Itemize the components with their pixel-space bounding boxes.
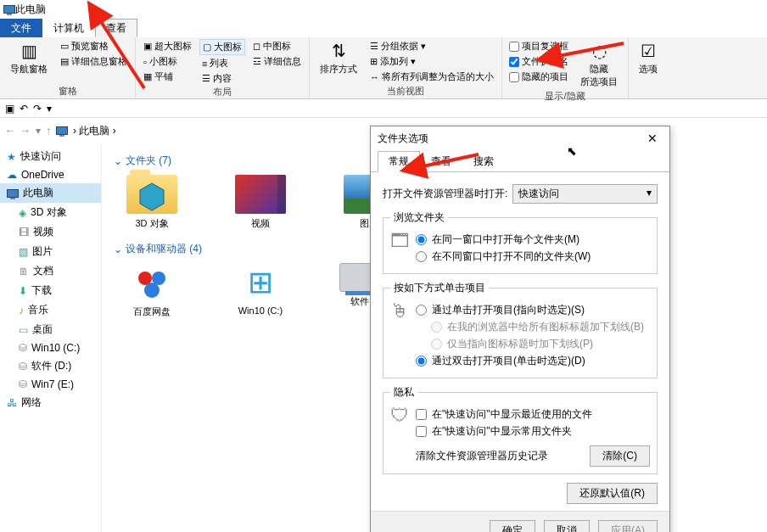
openwith-dropdown[interactable]: 快速访问 ▾ [512,184,658,204]
file-ext-label: 文件扩展名 [522,55,568,68]
ribbon-tab-computer[interactable]: 计算机 [42,19,95,37]
restore-defaults-button[interactable]: 还原默认值(R) [567,483,658,504]
sidebar-item-win10c[interactable]: ⛁Win10 (C:) [0,339,101,356]
detailspane-icon: ▤ [60,56,69,67]
hidden-items-toggle[interactable]: 隐藏的项目 [507,70,570,84]
recent-locations-button[interactable]: ▾ [36,125,41,137]
dialog-titlebar[interactable]: 文件夹选项 ✕ [371,126,669,150]
privacy-frequent-checkbox[interactable]: 在"快速访问"中显示常用文件夹 [416,424,650,439]
group-layout-label: 布局 [141,86,304,98]
qat-chevron-icon[interactable]: ▾ [47,103,52,115]
layout-content-button[interactable]: ☰内容 [199,71,245,86]
hide-selected-button[interactable]: ◌ 隐藏 所选项目 [575,39,623,90]
sidebar-item-network[interactable]: 🖧网络 [0,393,101,412]
clear-history-button[interactable]: 清除(C) [590,445,650,467]
sidebar-item-desktop[interactable]: ▭桌面 [0,320,101,339]
redo-icon[interactable]: ↷ [33,103,42,115]
apply-button[interactable]: 应用(A) [598,520,658,532]
details-pane-button[interactable]: ▤详细信息窗格 [58,54,130,69]
preview-pane-label: 预览窗格 [71,40,109,53]
sidebar-documents-label: 文档 [33,264,53,278]
sidebar-item-downloads[interactable]: ⬇下载 [0,281,101,300]
privacy-recent-checkbox[interactable]: 在"快速访问"中显示最近使用的文件 [416,407,650,422]
addcol-button[interactable]: ⊞添加列 ▾ [367,54,496,69]
chevron-down-icon: ▾ [647,187,652,199]
item-3dobjects[interactable]: 3D 对象 [114,175,190,230]
item-label: 百度网盘 [133,305,171,318]
layout-lg-button[interactable]: ▢大图标 [199,39,245,55]
sidebar-item-thispc[interactable]: 此电脑 [0,183,101,203]
sidebar-softd-label: 软件 (D:) [31,359,71,373]
sidebar-onedrive-label: OneDrive [21,169,64,181]
layout-xl-button[interactable]: ▣超大图标 [141,39,194,53]
network-icon: 🖧 [7,397,17,409]
addcol-label: 添加列 [380,55,408,68]
sidebar-item-onedrive[interactable]: ☁OneDrive [0,166,101,183]
sidebar-item-documents[interactable]: 🗎文档 [0,261,101,281]
list-icon: ≡ [202,59,207,69]
sidebar-item-3dobjects[interactable]: ◈3D 对象 [0,203,101,222]
layout-sm-label: 小图标 [149,55,177,68]
layout-details-label: 详细信息 [264,55,301,68]
drives-section-label: 设备和驱动器 (4) [126,242,202,256]
dialog-tab-search[interactable]: 搜索 [462,151,505,172]
browse-new-radio[interactable]: 在不同窗口中打开不同的文件夹(W) [416,249,591,264]
layout-md-button[interactable]: ◻中图标 [250,39,304,53]
sidebar-item-quick-access[interactable]: ★快速访问 [0,147,101,166]
chevron-down-icon: ⌄ [114,155,122,167]
sort-button[interactable]: ⇅ 排序方式 [315,39,362,84]
click-fieldset: 按如下方式单击项目 🖰 通过单击打开项目(指向时选定)(S) 在我的浏览器中给所… [383,281,658,378]
sidebar-item-softd[interactable]: ⛁软件 (D:) [0,356,101,376]
breadcrumb-thispc-icon [56,126,68,135]
nav-pane-label: 导航窗格 [10,63,48,76]
ribbon-tab-file[interactable]: 文件 [0,19,42,37]
details-pane-label: 详细信息窗格 [71,55,127,68]
back-button[interactable]: ← [5,125,15,137]
breadcrumb-segment[interactable]: › 此电脑 › [73,124,116,138]
layout-details-button[interactable]: ☲详细信息 [250,54,304,69]
thispc-icon [7,189,19,198]
item-win10c[interactable]: ⊞ Win10 (C:) [222,263,299,318]
up-button[interactable]: ↑ [46,125,51,137]
item-baidu[interactable]: 百度网盘 [114,263,190,318]
sidebar-item-videos[interactable]: 🎞视频 [0,222,101,242]
dialog-tab-general[interactable]: 常规 [378,151,420,172]
sidebar-item-pictures[interactable]: ▧图片 [0,242,101,261]
sidebar-item-music[interactable]: ♪音乐 [0,300,101,320]
thispc-icon [3,5,15,14]
item-checkbox-toggle[interactable]: 项目复选框 [507,39,570,53]
click-single-radio[interactable]: 通过单击打开项目(指向时选定)(S) [416,303,644,317]
ribbon-tab-view[interactable]: 查看 [95,19,137,37]
md-icon: ◻ [253,41,260,52]
close-button[interactable]: ✕ [642,132,663,145]
forward-button[interactable]: → [20,125,31,137]
preview-pane-button[interactable]: ▭预览窗格 [58,39,130,53]
dialog-tab-view[interactable]: 查看 [420,151,462,172]
layout-sm-button[interactable]: ▫小图标 [141,54,194,69]
options-label: 选项 [639,63,658,76]
privacy-recent-label: 在"快速访问"中显示最近使用的文件 [432,407,592,422]
hide-selected-label: 隐藏 所选项目 [580,63,618,88]
file-ext-toggle[interactable]: 文件扩展名 [507,54,570,69]
options-button[interactable]: ☑ 选项 [634,39,663,77]
item-videos[interactable]: 视频 [222,175,299,230]
layout-list-label: 列表 [210,57,228,70]
underline-browser-label: 在我的浏览器中给所有图标标题加下划线(B) [447,320,644,334]
groupby-button[interactable]: ☰分组依据 ▾ [367,39,496,53]
sizeall-button[interactable]: ↔将所有列调整为合适的大小 [367,70,496,84]
undo-icon[interactable]: ↶ [20,103,28,115]
ok-button[interactable]: 确定 [490,520,535,532]
nav-pane-button[interactable]: ▥ 导航窗格 [5,39,53,77]
click-double-radio[interactable]: 通过双击打开项目(单击时选定)(D) [416,354,644,368]
sidebar-music-label: 音乐 [28,303,48,317]
cancel-button[interactable]: 取消 [544,520,590,532]
layout-list-button[interactable]: ≡列表 [199,56,245,70]
properties-icon[interactable]: ▣ [5,103,14,115]
dialog-footer: 确定 取消 应用(A) [371,511,669,532]
browse-same-radio[interactable]: 在同一窗口中打开每个文件夹(M) [416,232,591,247]
underline-point-radio[interactable]: 仅当指向图标标题时加下划线(P) [431,337,644,351]
window-title: 此电脑 [15,3,46,17]
layout-tiles-button[interactable]: ▦平铺 [141,70,194,84]
underline-browser-radio[interactable]: 在我的浏览器中给所有图标标题加下划线(B) [431,320,644,334]
sidebar-item-win7e[interactable]: ⛁Win7 (E:) [0,376,101,393]
